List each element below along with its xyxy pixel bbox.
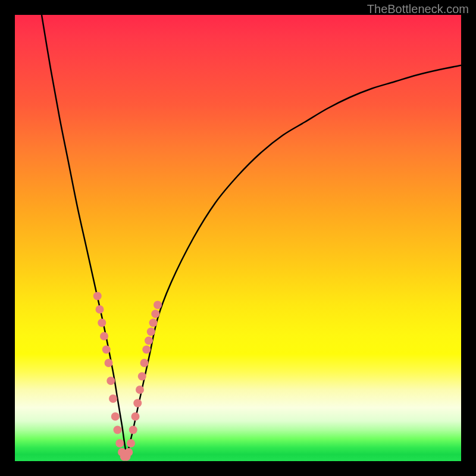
marker-layer <box>93 292 162 461</box>
marker-point <box>136 386 144 394</box>
watermark: TheBottleneck.com <box>367 2 469 16</box>
marker-point <box>115 439 124 447</box>
marker-point <box>93 292 102 300</box>
marker-point <box>100 332 108 340</box>
marker-point <box>145 337 153 345</box>
marker-point <box>105 359 113 367</box>
marker-point <box>114 426 122 434</box>
marker-point <box>133 399 142 408</box>
marker-point <box>127 439 135 447</box>
marker-point <box>131 412 140 421</box>
marker-point <box>154 301 162 309</box>
marker-point <box>111 412 120 421</box>
marker-point <box>107 377 115 385</box>
chart-container: TheBottleneck.com <box>0 0 476 476</box>
marker-point <box>142 346 151 354</box>
marker-point <box>151 310 159 318</box>
curve-layer <box>42 15 461 453</box>
marker-point <box>109 394 117 403</box>
marker-point <box>124 448 133 456</box>
bottleneck-curve <box>42 15 461 453</box>
marker-point <box>98 319 106 327</box>
marker-point <box>129 426 137 434</box>
marker-point <box>147 328 155 336</box>
marker-point <box>140 359 149 367</box>
marker-point <box>149 319 158 327</box>
marker-point <box>138 372 146 381</box>
marker-point <box>96 305 104 314</box>
chart-svg <box>15 15 461 461</box>
marker-point <box>102 346 111 354</box>
